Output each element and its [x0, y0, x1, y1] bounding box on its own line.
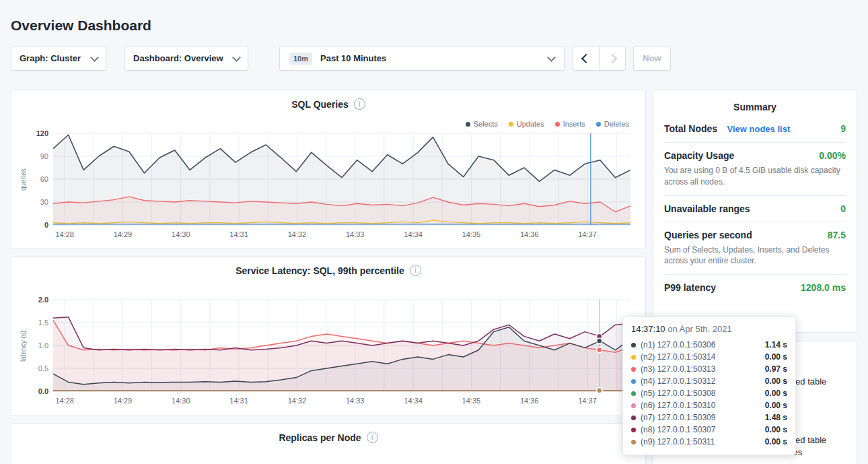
chevron-down-icon — [232, 53, 241, 62]
dashboard-dropdown-label: Dashboard: Overview — [133, 53, 223, 63]
svg-text:1.0: 1.0 — [38, 341, 48, 350]
tooltip-row: (n1) 127.0.0.1:503061.14 s — [631, 339, 787, 351]
info-icon[interactable] — [367, 432, 378, 443]
svg-text:14:33: 14:33 — [346, 230, 365, 238]
info-icon[interactable] — [354, 98, 365, 110]
tooltip-row: (n9) 127.0.0.1:503110.00 s — [631, 436, 787, 448]
capacity-label: Capacity Usage — [664, 150, 734, 161]
legend-item[interactable]: Selects — [466, 120, 498, 128]
legend-item[interactable]: Inserts — [555, 120, 585, 128]
time-range-badge: 10m — [289, 53, 312, 65]
summary-row-total-nodes: Total Nodes View nodes list 9 — [664, 115, 846, 143]
time-next-button[interactable] — [599, 46, 626, 71]
tooltip-node-value: 0.00 s — [765, 437, 787, 446]
tooltip-row: (n4) 127.0.0.1:503120.00 s — [631, 375, 787, 387]
summary-row-capacity: Capacity Usage 0.00% You are using 0 B o… — [664, 143, 846, 196]
tooltip-rows: (n1) 127.0.0.1:503061.14 s(n2) 127.0.0.1… — [631, 339, 787, 448]
series-color-dot — [631, 367, 636, 372]
svg-text:14:29: 14:29 — [114, 397, 133, 405]
replicas-title: Replicas per Node — [279, 432, 361, 443]
chevron-right-icon — [608, 53, 617, 63]
total-nodes-label: Total Nodes — [664, 123, 717, 134]
dashboard-dropdown[interactable]: Dashboard: Overview — [124, 46, 248, 71]
tooltip-time: 14:37:10 — [631, 324, 665, 334]
time-prev-button[interactable] — [573, 46, 600, 71]
svg-text:0.0: 0.0 — [38, 387, 48, 395]
series-color-dot — [631, 355, 636, 360]
tooltip-node-value: 0.00 s — [765, 401, 787, 410]
sql-queries-title: SQL Queries — [291, 99, 349, 110]
tooltip-header: 14:37:10 on Apr 5th, 2021 — [631, 324, 787, 334]
svg-text:2.0: 2.0 — [38, 296, 48, 304]
p99-value: 1208.0 ms — [801, 282, 846, 293]
view-nodes-link[interactable]: View nodes list — [727, 124, 791, 134]
tooltip-node-label: (n9) 127.0.0.1:50311 — [641, 437, 760, 446]
svg-text:14:31: 14:31 — [229, 397, 248, 405]
svg-text:14:36: 14:36 — [520, 397, 539, 405]
tooltip-node-value: 0.00 s — [765, 376, 787, 386]
tooltip-node-label: (n1) 127.0.0.1:50306 — [641, 340, 760, 350]
svg-text:14:37: 14:37 — [578, 230, 597, 238]
tooltip-row: (n2) 127.0.0.1:503140.00 s — [631, 351, 787, 363]
summary-panel: Summary Total Nodes View nodes list 9 Ca… — [653, 90, 857, 333]
svg-text:14:29: 14:29 — [114, 230, 133, 238]
qps-description: Sum of Selects, Updates, Inserts, and De… — [664, 244, 846, 267]
total-nodes-value: 9 — [840, 123, 846, 134]
page-title: Overview Dashboard — [11, 18, 151, 34]
tooltip-node-label: (n6) 127.0.0.1:50310 — [641, 401, 760, 410]
svg-text:14:34: 14:34 — [404, 230, 423, 238]
series-color-dot — [631, 416, 636, 420]
tooltip-row: (n3) 127.0.0.1:503130.97 s — [631, 363, 787, 375]
svg-text:14:35: 14:35 — [462, 397, 481, 405]
svg-text:14:36: 14:36 — [520, 230, 539, 238]
legend-item[interactable]: Deletes — [596, 120, 629, 128]
tooltip-row: (n8) 127.0.0.1:503070.00 s — [631, 424, 787, 436]
y-axis-label: queries — [17, 133, 29, 226]
tooltip-row: (n7) 127.0.0.1:503091.48 s — [631, 411, 787, 424]
svg-text:14:31: 14:31 — [229, 230, 248, 238]
chart-tooltip: 14:37:10 on Apr 5th, 2021 (n1) 127.0.0.1… — [622, 317, 796, 455]
tooltip-node-value: 0.97 s — [765, 364, 787, 374]
time-range-label: Past 10 Minutes — [320, 53, 386, 63]
series-color-dot — [631, 379, 636, 384]
time-range-picker[interactable]: 10m Past 10 Minutes — [279, 46, 565, 71]
tooltip-node-value: 1.14 s — [765, 340, 787, 350]
tooltip-row: (n6) 127.0.0.1:503100.00 s — [631, 399, 787, 411]
summary-row-p99: P99 latency 1208.0 ms — [664, 275, 846, 300]
svg-text:14:37: 14:37 — [578, 397, 597, 405]
service-latency-chart[interactable]: latency (s) 0.00.51.01.52.014:2814:2914:… — [21, 294, 637, 409]
series-color-dot — [631, 391, 636, 396]
svg-text:14:34: 14:34 — [404, 397, 423, 405]
svg-text:90: 90 — [40, 152, 48, 160]
graph-dropdown-label: Graph: Cluster — [20, 53, 81, 63]
now-button[interactable]: Now — [633, 46, 671, 71]
info-icon[interactable] — [410, 265, 421, 276]
qps-value: 87.5 — [828, 230, 846, 240]
tooltip-node-label: (n5) 127.0.0.1:50308 — [641, 389, 760, 398]
capacity-value: 0.00% — [819, 150, 846, 161]
replicas-card: Replicas per Node — [11, 423, 646, 464]
qps-label: Queries per second — [664, 230, 752, 240]
tooltip-node-label: (n3) 127.0.0.1:50313 — [641, 364, 760, 374]
series-color-dot — [631, 343, 636, 347]
service-latency-title: Service Latency: SQL, 99th percentile — [236, 265, 404, 276]
chevron-down-icon — [547, 53, 556, 62]
series-color-dot — [631, 403, 636, 408]
chevron-left-icon — [581, 53, 591, 63]
svg-text:14:30: 14:30 — [172, 397, 190, 405]
svg-text:14:33: 14:33 — [346, 397, 365, 405]
svg-text:60: 60 — [40, 175, 48, 183]
summary-title: Summary — [664, 102, 846, 112]
tooltip-date: on Apr 5th, 2021 — [665, 324, 732, 334]
tooltip-row: (n5) 127.0.0.1:503080.00 s — [631, 387, 787, 399]
tooltip-node-label: (n8) 127.0.0.1:50307 — [641, 425, 760, 434]
legend-item[interactable]: Updates — [509, 120, 544, 128]
series-color-dot — [631, 440, 636, 444]
graph-dropdown[interactable]: Graph: Cluster — [11, 46, 106, 71]
series-color-dot — [631, 428, 636, 432]
service-latency-card: Service Latency: SQL, 99th percentile la… — [11, 256, 646, 416]
svg-text:120: 120 — [36, 129, 48, 137]
tooltip-node-value: 0.00 s — [765, 389, 787, 398]
sql-queries-chart[interactable]: queries 030609012014:2814:2914:3014:3114… — [21, 128, 637, 242]
tooltip-node-value: 1.48 s — [765, 413, 787, 422]
